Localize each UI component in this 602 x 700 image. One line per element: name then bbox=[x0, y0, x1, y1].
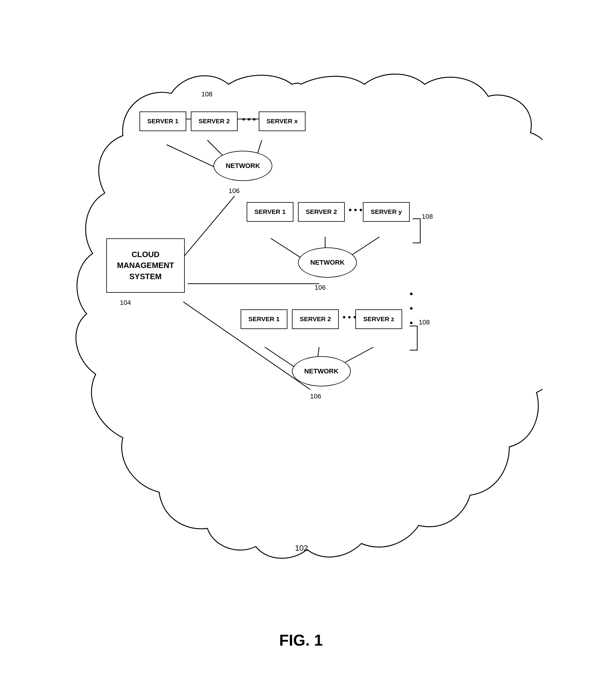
server1-bot: SERVER 1 bbox=[241, 309, 287, 329]
diagram-container: CLOUD MANAGEMENT SYSTEM 104 SERVER 1 SER… bbox=[59, 51, 543, 625]
serverx-top: SERVER x bbox=[259, 111, 306, 131]
connections-svg bbox=[59, 51, 543, 625]
label-106-mid: 106 bbox=[315, 284, 326, 292]
label-104: 104 bbox=[120, 299, 131, 307]
servery-mid: SERVER y bbox=[363, 202, 410, 222]
server2-bot: SERVER 2 bbox=[292, 309, 339, 329]
network-mid: NETWORK bbox=[298, 247, 357, 278]
server1-mid: SERVER 1 bbox=[247, 202, 293, 222]
dots-bot: • • • bbox=[343, 312, 356, 322]
label-106-bot: 106 bbox=[310, 393, 321, 400]
dots-mid: • • • bbox=[349, 205, 362, 215]
network-top: NETWORK bbox=[213, 151, 272, 181]
dots-top: • • • bbox=[242, 115, 256, 124]
server1-top: SERVER 1 bbox=[139, 111, 186, 131]
fig-caption: FIG. 1 bbox=[279, 631, 323, 649]
server2-mid: SERVER 2 bbox=[298, 202, 345, 222]
vertical-dots: ••• bbox=[410, 287, 413, 330]
network-bot: NETWORK bbox=[292, 356, 351, 386]
label-102: 102 bbox=[295, 544, 308, 553]
server2-top: SERVER 2 bbox=[191, 111, 238, 131]
label-108-top: 108 bbox=[201, 90, 213, 98]
label-106-top: 106 bbox=[229, 187, 240, 195]
serverz-bot: SERVER z bbox=[355, 309, 402, 329]
label-108-mid: 108 bbox=[422, 213, 433, 221]
cms-box: CLOUD MANAGEMENT SYSTEM bbox=[106, 239, 185, 293]
label-108-bot: 108 bbox=[419, 319, 430, 326]
